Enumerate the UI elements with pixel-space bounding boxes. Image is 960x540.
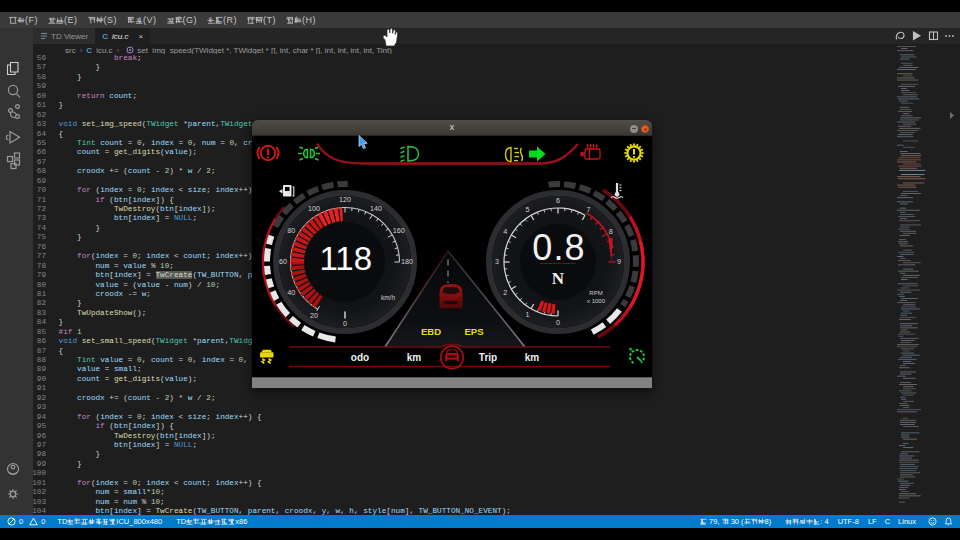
- svg-text:0: 0: [343, 319, 347, 328]
- svg-text:8: 8: [609, 227, 613, 236]
- svg-text:km/h: km/h: [381, 294, 395, 301]
- svg-text:Trip: Trip: [479, 352, 497, 363]
- svg-text:4: 4: [503, 227, 507, 236]
- svg-text:20: 20: [310, 311, 318, 320]
- svg-text:odo: odo: [351, 352, 369, 363]
- svg-text:km: km: [525, 352, 540, 363]
- svg-text:N: N: [552, 269, 565, 288]
- svg-text:140: 140: [370, 204, 382, 213]
- svg-text:0: 0: [556, 318, 560, 327]
- svg-text:2: 2: [503, 288, 507, 297]
- svg-text:180: 180: [401, 257, 413, 266]
- svg-text:EPS: EPS: [464, 326, 483, 337]
- svg-text:60: 60: [279, 257, 287, 266]
- svg-text:1: 1: [526, 310, 530, 319]
- svg-text:x 1000: x 1000: [587, 298, 606, 304]
- svg-text:100: 100: [308, 204, 320, 213]
- svg-text:120: 120: [339, 195, 351, 204]
- svg-text:40: 40: [287, 288, 295, 297]
- svg-text:3: 3: [495, 257, 499, 266]
- svg-text:118: 118: [319, 240, 372, 277]
- svg-text:160: 160: [393, 226, 405, 235]
- svg-text:6: 6: [556, 196, 560, 205]
- svg-text:7: 7: [587, 205, 591, 214]
- svg-text:RPM: RPM: [589, 290, 602, 296]
- svg-text:0.8: 0.8: [532, 227, 586, 268]
- svg-text:9: 9: [617, 257, 621, 266]
- svg-text:80: 80: [287, 226, 295, 235]
- svg-text:5: 5: [526, 205, 530, 214]
- svg-text:EBD: EBD: [421, 326, 441, 337]
- svg-text:km: km: [407, 352, 422, 363]
